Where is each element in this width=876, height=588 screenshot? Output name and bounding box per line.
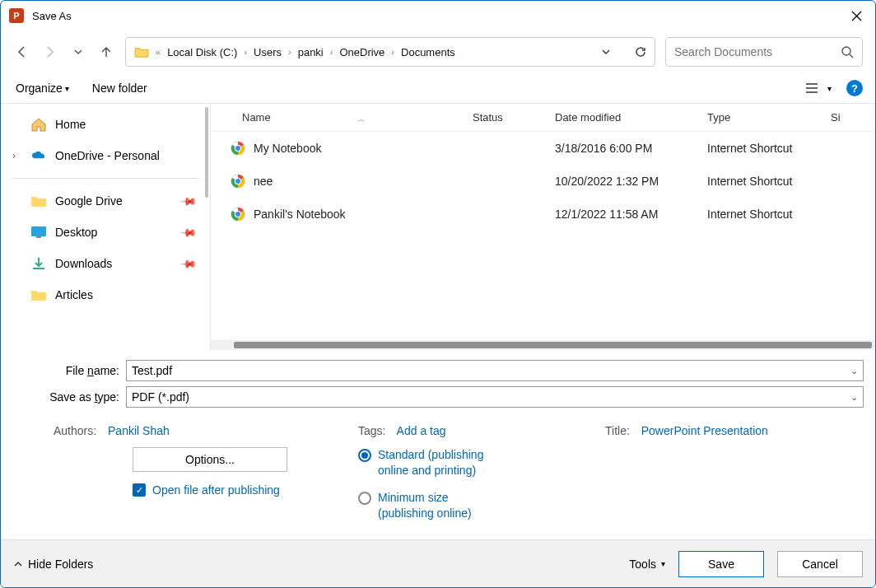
arrow-right-icon: [43, 44, 58, 59]
new-folder-button[interactable]: New folder: [92, 82, 147, 95]
chevron-down-icon[interactable]: ⌄: [850, 392, 858, 403]
sidebar-articles[interactable]: Articles: [1, 279, 210, 310]
tags-value[interactable]: Add a tag: [397, 424, 446, 437]
file-name: Pankil's Notebook: [254, 208, 346, 221]
close-button[interactable]: [837, 1, 875, 30]
filename-input[interactable]: Test.pdf ⌄: [126, 360, 864, 381]
file-name: My Notebook: [254, 142, 321, 155]
save-type-select[interactable]: PDF (*.pdf) ⌄: [126, 386, 864, 408]
sidebar-onedrive[interactable]: › OneDrive - Personal: [1, 140, 210, 171]
hide-folders-button[interactable]: Hide Folders: [13, 558, 93, 571]
tags-label: Tags:: [358, 424, 385, 437]
folder-icon: [30, 287, 47, 302]
help-button[interactable]: ?: [846, 80, 863, 96]
title-value[interactable]: PowerPoint Presentation: [641, 424, 768, 437]
open-after-checkbox[interactable]: ✓ Open file after publishing: [133, 483, 358, 497]
arrow-up-icon: [99, 44, 114, 59]
col-date[interactable]: Date modified: [547, 111, 699, 124]
sidebar-desktop[interactable]: Desktop 📌: [1, 217, 210, 248]
pin-icon[interactable]: 📌: [179, 254, 198, 273]
new-folder-label: New folder: [92, 82, 147, 95]
col-size[interactable]: Si: [822, 111, 875, 124]
save-label: Save: [708, 558, 734, 571]
file-row[interactable]: My Notebook 3/18/2016 6:00 PM Internet S…: [211, 132, 875, 165]
back-button[interactable]: [13, 43, 31, 61]
meta-row: Authors: Pankil Shah Tags: Add a tag Tit…: [1, 416, 875, 437]
filename-label: File name:: [12, 364, 126, 377]
folder-icon: [30, 194, 47, 208]
sidebar-label: OneDrive - Personal: [55, 149, 160, 162]
options-label: Options...: [185, 453, 235, 466]
file-date: 3/18/2016 6:00 PM: [547, 142, 699, 155]
col-type[interactable]: Type: [699, 111, 822, 124]
file-type: Internet Shortcut: [699, 208, 822, 221]
chevron-down-icon: ▾: [65, 84, 69, 93]
tools-label: Tools: [629, 558, 656, 571]
path-dropdown[interactable]: [597, 43, 615, 61]
save-type-label: Save as type:: [12, 390, 126, 404]
file-date: 12/1/2022 11:58 AM: [547, 208, 699, 221]
options-row: Options... ✓ Open file after publishing …: [1, 437, 875, 533]
expand-icon[interactable]: ›: [12, 150, 16, 161]
col-status[interactable]: Status: [464, 111, 547, 124]
chevron-up-icon: [13, 559, 23, 569]
authors-value[interactable]: Pankil Shah: [108, 424, 170, 437]
tools-menu[interactable]: Tools ▾: [629, 558, 665, 571]
chevron-down-icon: [601, 47, 611, 57]
view-menu[interactable]: ▾: [805, 82, 832, 94]
crumb-0[interactable]: Local Disk (C:): [167, 46, 237, 58]
file-row[interactable]: nee 10/20/2022 1:32 PM Internet Shortcut: [211, 165, 875, 198]
recent-button[interactable]: [69, 43, 87, 61]
chevron-right-icon: ›: [391, 47, 394, 57]
window-title: Save As: [32, 10, 72, 22]
organize-menu[interactable]: Organize ▾: [16, 82, 69, 95]
breadcrumb-bar[interactable]: « Local Disk (C:) › Users › panki › OneD…: [125, 37, 655, 67]
nav-row: « Local Disk (C:) › Users › panki › OneD…: [1, 30, 875, 75]
search-input[interactable]: [674, 45, 841, 58]
file-list: Name ︿ Status Date modified Type Si My N…: [211, 104, 875, 350]
chevron-down-icon: ▾: [827, 84, 832, 93]
sidebar-home[interactable]: Home: [1, 109, 210, 140]
cancel-button[interactable]: Cancel: [777, 551, 863, 577]
titlebar: P Save As: [1, 1, 875, 30]
sidebar-label: Home: [55, 118, 86, 131]
save-form: File name: Test.pdf ⌄ Save as type: PDF …: [1, 350, 875, 416]
radio-standard[interactable]: Standard (publishingonline and printing): [358, 447, 483, 478]
sort-asc-icon: ︿: [357, 114, 366, 125]
sidebar: Home › OneDrive - Personal Google Drive …: [1, 104, 211, 350]
file-row[interactable]: Pankil's Notebook 12/1/2022 11:58 AM Int…: [211, 198, 875, 231]
hide-folders-label: Hide Folders: [28, 558, 93, 571]
pin-icon[interactable]: 📌: [179, 192, 198, 210]
chevron-right-icon: ›: [288, 47, 291, 57]
options-button[interactable]: Options...: [133, 447, 287, 472]
radio-minimum-label: Minimum size(publishing online): [378, 490, 472, 521]
save-button[interactable]: Save: [678, 551, 764, 577]
chevron-down-icon: [72, 46, 84, 58]
radio-minimum[interactable]: Minimum size(publishing online): [358, 490, 483, 521]
chevron-down-icon: ▾: [661, 559, 665, 568]
refresh-button[interactable]: [631, 43, 650, 61]
forward-button[interactable]: [41, 43, 59, 61]
sidebar-scrollbar[interactable]: [205, 107, 208, 198]
radio-standard-label: Standard (publishingonline and printing): [378, 447, 483, 478]
crumb-1[interactable]: Users: [254, 46, 282, 58]
up-button[interactable]: [97, 43, 115, 61]
crumb-2[interactable]: panki: [298, 46, 324, 58]
file-type: Internet Shortcut: [699, 175, 822, 188]
pin-icon[interactable]: 📌: [179, 223, 198, 241]
crumb-4[interactable]: Documents: [401, 46, 455, 58]
sidebar-divider: [12, 178, 198, 179]
sidebar-gdrive[interactable]: Google Drive 📌: [1, 185, 210, 217]
sidebar-downloads[interactable]: Downloads 📌: [1, 248, 210, 279]
col-name[interactable]: Name ︿: [211, 111, 464, 124]
h-scrollbar[interactable]: [211, 340, 875, 350]
checkbox-checked-icon: ✓: [133, 483, 146, 497]
crumb-3[interactable]: OneDrive: [339, 46, 384, 58]
sidebar-label: Desktop: [55, 226, 97, 239]
onedrive-icon: [30, 148, 47, 163]
toolbar: Organize ▾ New folder ▾ ?: [1, 75, 875, 103]
radio-checked-icon: [358, 449, 371, 462]
search-box[interactable]: [665, 37, 863, 67]
chevron-down-icon[interactable]: ⌄: [850, 366, 858, 376]
folder-icon: [134, 46, 149, 58]
